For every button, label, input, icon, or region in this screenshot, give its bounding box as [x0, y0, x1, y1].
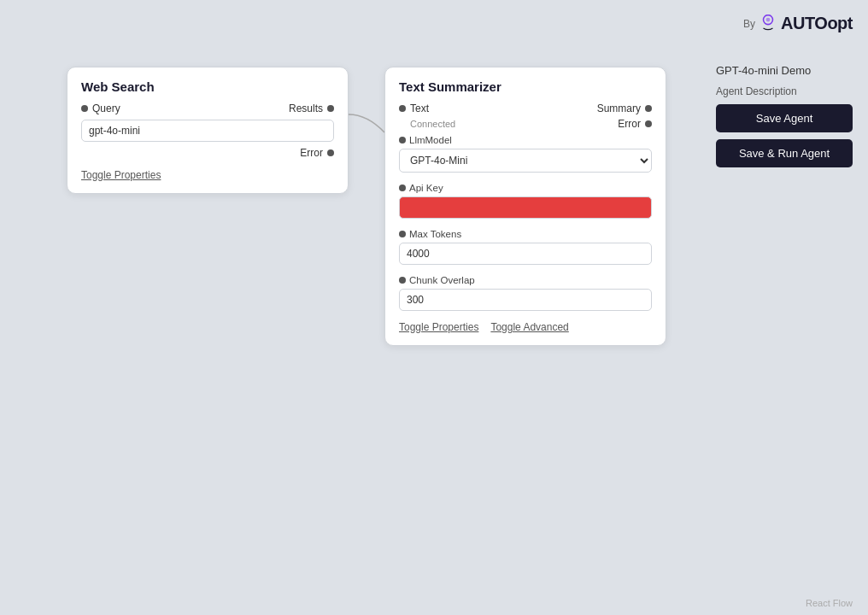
- api-key-input[interactable]: [399, 196, 652, 219]
- chunk-overlap-dot: [399, 277, 406, 284]
- max-tokens-label-text: Max Tokens: [409, 229, 461, 239]
- summary-label-text: Summary: [597, 102, 641, 114]
- flow-canvas: Web Search Query Results Error Toggle Pr…: [0, 0, 683, 615]
- connected-text: Connected: [410, 119, 455, 129]
- text-label-text: Text: [410, 102, 429, 114]
- query-port-label: Query: [81, 102, 120, 114]
- query-label-text: Query: [92, 102, 120, 114]
- error-dot: [327, 149, 334, 156]
- results-port-label: Results: [289, 102, 334, 114]
- query-dot: [81, 105, 88, 112]
- api-key-label: Api Key: [399, 183, 652, 193]
- results-label-text: Results: [289, 102, 323, 114]
- api-key-dot: [399, 184, 406, 191]
- summary-dot: [645, 105, 652, 112]
- query-port-row: Query Results: [81, 102, 334, 114]
- toggle-advanced-button[interactable]: Toggle Advanced: [490, 321, 568, 333]
- text-dot: [399, 105, 406, 112]
- chunk-overlap-label: Chunk Overlap: [399, 275, 652, 285]
- text-summarizer-title: Text Summarizer: [399, 79, 652, 94]
- text-port-row: Text Summary: [399, 102, 652, 114]
- connected-label: Connected: [399, 119, 455, 129]
- results-dot: [327, 105, 334, 112]
- web-search-title: Web Search: [81, 79, 334, 94]
- logo-brand-text: AUTOopt: [781, 14, 853, 33]
- logo-area: By AUTOopt: [743, 14, 853, 33]
- save-run-agent-button[interactable]: Save & Run Agent: [716, 139, 853, 167]
- web-search-node: Web Search Query Results Error Toggle Pr…: [67, 67, 349, 194]
- toggle-properties-button[interactable]: Toggle Properties: [81, 169, 161, 181]
- logo-by-text: By: [743, 18, 755, 30]
- agent-title: GPT-4o-mini Demo: [716, 64, 853, 77]
- llm-model-label-text: LlmModel: [409, 135, 452, 145]
- error-port-label: Error: [300, 147, 334, 159]
- summary-port-label: Summary: [597, 102, 652, 114]
- toggle-properties-button-2[interactable]: Toggle Properties: [399, 321, 478, 333]
- error-label-text2: Error: [618, 118, 641, 130]
- max-tokens-label: Max Tokens: [399, 229, 652, 239]
- svg-point-1: [766, 17, 771, 21]
- save-agent-button[interactable]: Save Agent: [716, 104, 853, 132]
- llm-model-dot: [399, 137, 406, 144]
- max-tokens-dot: [399, 231, 406, 237]
- logo-icon: [759, 15, 777, 33]
- agent-description-label: Agent Description: [716, 85, 853, 97]
- connected-error-row: Connected Error: [399, 118, 652, 130]
- chunk-overlap-label-text: Chunk Overlap: [409, 275, 475, 285]
- error-label-text: Error: [300, 147, 323, 159]
- text-summarizer-node: Text Summarizer Text Summary Connected E…: [384, 67, 666, 346]
- text-port-label: Text: [399, 102, 429, 114]
- react-flow-watermark: React Flow: [806, 598, 853, 608]
- max-tokens-input[interactable]: [399, 243, 652, 265]
- error-dot2: [645, 120, 652, 127]
- chunk-overlap-input[interactable]: [399, 289, 652, 311]
- api-key-label-text: Api Key: [409, 183, 443, 193]
- llm-model-label: LlmModel: [399, 135, 652, 145]
- toggle-row: Toggle Properties Toggle Advanced: [399, 321, 652, 333]
- llm-model-select[interactable]: GPT-4o-Mini GPT-4o GPT-3.5-Turbo: [399, 149, 652, 173]
- query-input[interactable]: [81, 120, 334, 142]
- error-port-right: Error: [618, 118, 652, 130]
- error-port-row: Error: [81, 147, 334, 159]
- right-panel: GPT-4o-mini Demo Agent Description Save …: [716, 64, 853, 167]
